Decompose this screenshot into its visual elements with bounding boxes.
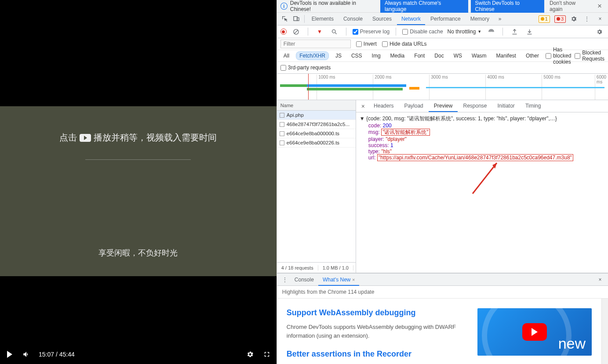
tab-network[interactable]: Network [397, 13, 425, 25]
type-media[interactable]: Media [387, 52, 408, 60]
hide-data-urls-checkbox[interactable]: Hide data URLs [382, 41, 427, 47]
fullscreen-button[interactable] [262, 350, 271, 359]
network-conditions-icon[interactable] [486, 26, 496, 37]
drawer-scrollbar[interactable] [601, 299, 608, 364]
third-party-checkbox[interactable]: 3rd-party requests [280, 65, 331, 71]
infobar-close-icon[interactable]: × [595, 2, 604, 11]
poster-divider [85, 159, 191, 160]
main-tab-bar: Elements Console Sources Network Perform… [277, 13, 608, 25]
svg-rect-0 [294, 17, 297, 21]
more-tabs-icon[interactable]: » [495, 14, 505, 24]
throttling-select[interactable]: No throttling ▼ [448, 29, 482, 35]
whatsnew-video-thumb[interactable]: new [477, 308, 592, 356]
network-settings-icon[interactable] [594, 26, 604, 37]
type-manifest[interactable]: Manifest [493, 52, 519, 60]
devtools-infobar: i DevTools is now available in Chinese! … [277, 0, 608, 13]
type-js[interactable]: JS [332, 52, 345, 60]
drawer-close-icon[interactable]: × [595, 274, 605, 285]
svg-rect-1 [297, 18, 299, 21]
type-ws[interactable]: WS [451, 52, 465, 60]
errors-badge[interactable]: 3 [554, 15, 566, 23]
invert-checkbox[interactable]: Invert [356, 41, 377, 47]
tab-memory[interactable]: Memory [466, 13, 494, 25]
whatsnew-para-1: Chrome DevTools supports WebAssembly deb… [287, 323, 464, 340]
whatsnew-heading-1[interactable]: Support WebAssembly debugging [287, 308, 464, 317]
dont-show-again-button[interactable]: Don't show again [547, 0, 592, 14]
tick-1000: 1000 ms [317, 75, 335, 100]
type-doc[interactable]: Doc [431, 52, 447, 60]
detail-close-icon[interactable]: × [358, 103, 368, 110]
drawer-kebab-icon[interactable]: ⋮ [280, 274, 290, 285]
tab-console[interactable]: Console [339, 13, 367, 25]
request-detail: × Headers Payload Preview Response Initi… [356, 100, 608, 273]
switch-chinese-button[interactable]: Switch DevTools to Chinese [471, 0, 545, 14]
warnings-badge[interactable]: 1 [539, 15, 550, 23]
type-fetch-xhr[interactable]: Fetch/XHR [296, 51, 329, 60]
disable-cache-checkbox[interactable]: Disable cache [402, 29, 443, 35]
svg-line-5 [335, 32, 337, 34]
tab-elements[interactable]: Elements [307, 13, 338, 25]
filter-row-3: 3rd-party requests [277, 62, 608, 74]
svg-point-4 [332, 29, 336, 33]
video-poster[interactable]: 点击 播放并稍等，视频载入需要时间 享受闲暇，不负好时光 [0, 106, 277, 276]
detail-tab-preview[interactable]: Preview [429, 100, 458, 112]
video-time: 15:07 / 45:44 [39, 351, 75, 358]
type-font[interactable]: Font [411, 52, 428, 60]
play-button[interactable] [5, 350, 14, 359]
tab-performance[interactable]: Performance [426, 13, 465, 25]
type-filter-row: All Fetch/XHR JS CSS Img Media Font Doc … [277, 50, 608, 62]
timeline-bar [280, 84, 306, 87]
settings-icon[interactable] [568, 14, 579, 24]
device-toggle-icon[interactable] [291, 14, 302, 24]
inspect-icon[interactable] [280, 14, 290, 24]
status-size: 1.0 MB / 1.0 [318, 265, 353, 270]
annotation-arrow-icon [470, 161, 501, 196]
video-controls: 15:07 / 45:44 [0, 345, 277, 364]
download-har-icon[interactable] [524, 26, 535, 37]
network-timeline[interactable]: 1000 ms 2000 ms 3000 ms 4000 ms 5000 ms … [277, 74, 608, 100]
preserve-log-checkbox[interactable]: Preserve log [353, 29, 390, 35]
drawer-tab-whatsnew[interactable]: What's New × [318, 274, 359, 286]
request-item-api[interactable]: Api.php [277, 111, 356, 120]
poster-text-2: 享受闲暇，不负好时光 [98, 248, 178, 258]
search-icon[interactable] [329, 26, 340, 37]
detail-tab-headers[interactable]: Headers [368, 100, 399, 112]
filter-icon[interactable]: ▼ [314, 26, 325, 37]
request-item[interactable]: 468e28747f3f72861ba2c5... [277, 120, 356, 129]
request-item[interactable]: e664ce9e8ba000000.ts [277, 129, 356, 138]
network-status-bar: 4 / 18 requests 1.0 MB / 1.0 [277, 262, 356, 273]
network-toolbar: ▼ Preserve log Disable cache No throttli… [277, 25, 608, 38]
match-language-button[interactable]: Always match Chrome's language [380, 0, 468, 14]
type-other[interactable]: Other [523, 52, 542, 60]
detail-tab-response[interactable]: Response [458, 100, 492, 112]
drawer-tab-console[interactable]: Console [290, 274, 318, 286]
record-button[interactable] [280, 29, 287, 35]
blocked-requests-checkbox[interactable]: Blocked Requests [575, 50, 604, 62]
detail-tab-initiator[interactable]: Initiator [492, 100, 520, 112]
detail-tab-payload[interactable]: Payload [399, 100, 428, 112]
kebab-menu-icon[interactable]: ⋮ [582, 14, 592, 24]
clear-button[interactable] [291, 26, 302, 37]
play-inline-icon [80, 134, 91, 142]
status-requests: 4 / 18 requests [277, 265, 318, 270]
timeline-bar [307, 84, 406, 87]
video-black-top [0, 0, 277, 106]
type-wasm[interactable]: Wasm [469, 52, 490, 60]
type-css[interactable]: CSS [348, 52, 365, 60]
settings-button[interactable] [246, 350, 255, 359]
drawer-body: Highlights from the Chrome 114 update Su… [277, 286, 608, 364]
highlights-bar: Highlights from the Chrome 114 update [277, 286, 608, 299]
devtools-close-icon[interactable]: × [595, 14, 605, 24]
upload-har-icon[interactable] [509, 26, 520, 37]
request-item[interactable]: e664ce9e8ba000226.ts [277, 138, 356, 148]
volume-button[interactable] [22, 350, 31, 359]
type-all[interactable]: All [280, 52, 292, 60]
whatsnew-heading-2[interactable]: Better assertions in the Recorder [287, 350, 464, 359]
type-img[interactable]: Img [369, 52, 384, 60]
poster-text-1a: 点击 [59, 132, 77, 144]
filter-input[interactable] [280, 40, 351, 48]
tab-sources[interactable]: Sources [368, 13, 396, 25]
detail-tab-timing[interactable]: Timing [520, 100, 546, 112]
preview-json[interactable]: ▼ {code: 200, msg: "诺讯智能解析系统", success: … [356, 112, 608, 273]
timeline-bar [409, 87, 419, 90]
